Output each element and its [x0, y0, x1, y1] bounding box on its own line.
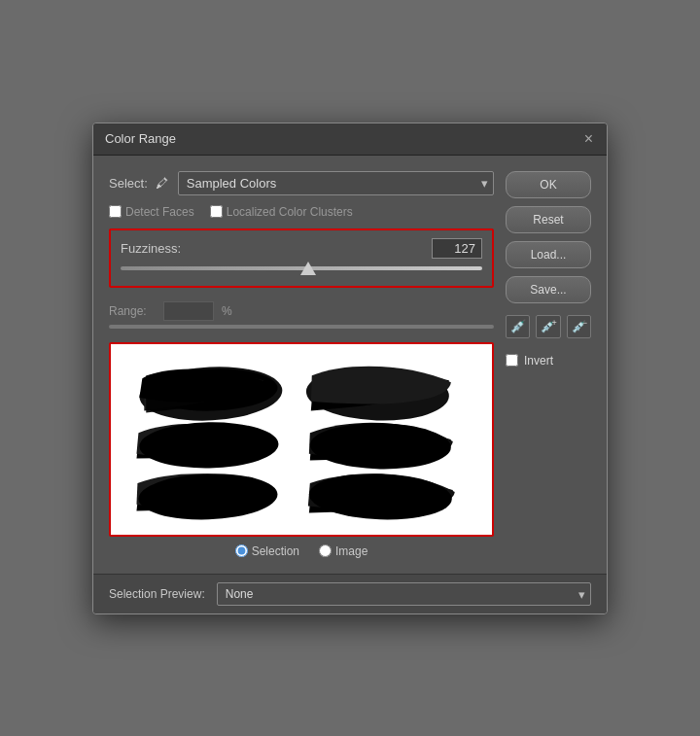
localized-clusters-checkbox[interactable] [210, 205, 223, 218]
reset-button[interactable]: Reset [506, 206, 591, 233]
preview-box [109, 342, 494, 537]
fuzziness-input[interactable] [432, 238, 482, 259]
fuzziness-box: Fuzziness: [109, 228, 494, 288]
select-label: Select: [109, 176, 148, 191]
eyedropper-sample-button[interactable]: 💉 [506, 315, 530, 338]
preview-select-wrapper: None Grayscale Black Matte White Matte Q… [217, 582, 591, 606]
selection-radio-option[interactable]: Selection [235, 544, 299, 558]
localized-clusters-option[interactable]: Localized Color Clusters [210, 205, 353, 219]
preview-canvas [111, 344, 492, 535]
range-input[interactable] [163, 301, 214, 321]
svg-point-4 [309, 422, 451, 471]
image-radio-label: Image [335, 544, 368, 558]
invert-label: Invert [524, 354, 553, 368]
selection-radio-label: Selection [252, 544, 299, 558]
load-button[interactable]: Load... [506, 241, 591, 268]
title-bar: Color Range × [93, 123, 607, 156]
selection-preview-select[interactable]: None Grayscale Black Matte White Matte Q… [217, 582, 591, 606]
fuzziness-label: Fuzziness: [121, 241, 181, 256]
invert-checkbox[interactable] [506, 354, 518, 367]
eyedropper-add-button[interactable]: 💉+ [536, 315, 560, 338]
bottom-bar: Selection Preview: None Grayscale Black … [93, 574, 607, 613]
localized-clusters-label: Localized Color Clusters [227, 205, 353, 219]
eyedropper-subtract-button[interactable]: 💉− [567, 315, 591, 338]
image-radio[interactable] [319, 544, 332, 557]
radio-row: Selection Image [109, 544, 494, 558]
eyedropper-select-icon: 🖍 [156, 176, 168, 191]
invert-row: Invert [506, 354, 591, 368]
range-row: Range: % [109, 301, 494, 321]
close-button[interactable]: × [582, 131, 595, 147]
fuzziness-slider-thumb[interactable] [300, 262, 316, 275]
fuzziness-slider-track [121, 266, 482, 270]
options-row: Detect Faces Localized Color Clusters [109, 205, 494, 219]
ok-button[interactable]: OK [506, 171, 591, 198]
detect-faces-checkbox[interactable] [109, 205, 122, 218]
selection-radio[interactable] [235, 544, 248, 557]
selection-preview-label: Selection Preview: [109, 587, 205, 601]
detect-faces-option[interactable]: Detect Faces [109, 205, 194, 219]
select-wrapper: Sampled Colors Reds Yellows Greens Cyans… [178, 171, 494, 195]
svg-point-6 [308, 471, 453, 521]
right-panel: OK Reset Load... Save... 💉 💉+ 💉− Invert [506, 171, 591, 558]
fuzziness-header: Fuzziness: [121, 238, 482, 259]
dialog-title: Color Range [105, 131, 176, 146]
eyedropper-icon: 💉 [510, 319, 526, 333]
range-unit: % [222, 304, 232, 318]
eyedropper-row: 💉 💉+ 💉− [506, 315, 591, 338]
range-slider-track [109, 325, 494, 329]
select-row: Select: 🖍 Sampled Colors Reds Yellows Gr… [109, 171, 494, 195]
range-label: Range: [109, 304, 156, 318]
range-section: Range: % [109, 298, 494, 342]
save-button[interactable]: Save... [506, 276, 591, 303]
main-content: Select: 🖍 Sampled Colors Reds Yellows Gr… [93, 156, 607, 574]
color-range-dialog: Color Range × Select: 🖍 Sampled Colors R… [92, 123, 608, 614]
detect-faces-label: Detect Faces [125, 205, 194, 219]
image-radio-option[interactable]: Image [319, 544, 368, 558]
left-panel: Select: 🖍 Sampled Colors Reds Yellows Gr… [109, 171, 494, 558]
sampled-colors-select[interactable]: Sampled Colors Reds Yellows Greens Cyans… [178, 171, 494, 195]
